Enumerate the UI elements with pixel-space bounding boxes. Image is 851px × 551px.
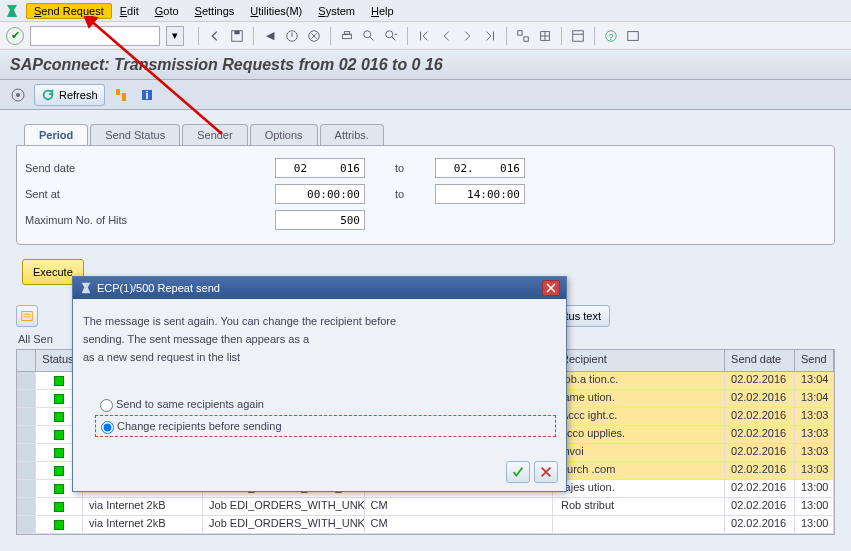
- back2-icon[interactable]: ◀: [260, 26, 280, 46]
- command-field[interactable]: [30, 26, 160, 46]
- page-title: SAPconnect: Transmission Requests from 0…: [10, 56, 443, 74]
- menu-goto[interactable]: Goto: [147, 3, 187, 19]
- max-hits-input[interactable]: [275, 210, 365, 230]
- close-button[interactable]: [542, 280, 560, 296]
- help-icon[interactable]: ?: [601, 26, 621, 46]
- dialog-title: ECP(1)/500 Repeat send: [97, 282, 220, 294]
- table-row[interactable]: via Internet 2kBJob EDI_ORDERS_WITH_UNKN…: [17, 516, 834, 534]
- svg-rect-11: [573, 30, 584, 41]
- svg-rect-8: [518, 30, 522, 34]
- page-title-bar: SAPconnect: Transmission Requests from 0…: [0, 50, 851, 80]
- cancel-icon[interactable]: [304, 26, 324, 46]
- dialog-title-bar[interactable]: ECP(1)/500 Repeat send: [73, 277, 566, 299]
- svg-rect-14: [628, 31, 639, 40]
- tool2-icon[interactable]: [535, 26, 555, 46]
- status-indicator: [54, 430, 64, 440]
- command-dropdown[interactable]: ▾: [166, 26, 184, 46]
- radio-same-recipients[interactable]: Send to same recipients again: [95, 393, 556, 415]
- table-row[interactable]: via Internet 2kBJob EDI_ORDERS_WITH_UNKN…: [17, 498, 834, 516]
- menu-utilities-m-[interactable]: Utilities(M): [242, 3, 310, 19]
- svg-rect-1: [234, 30, 239, 34]
- sent-at-to[interactable]: [435, 184, 525, 204]
- menu-help[interactable]: Help: [363, 3, 402, 19]
- app-icon: [4, 3, 20, 19]
- refresh-button[interactable]: Refresh: [34, 84, 105, 106]
- exit-icon[interactable]: [282, 26, 302, 46]
- tab-options[interactable]: Options: [250, 124, 318, 145]
- svg-point-16: [16, 93, 20, 97]
- sent-at-label: Sent at: [25, 188, 275, 200]
- to-label-2: to: [365, 188, 435, 200]
- save-icon[interactable]: [227, 26, 247, 46]
- status-indicator: [54, 484, 64, 494]
- cancel-button[interactable]: [534, 461, 558, 483]
- print-icon[interactable]: [337, 26, 357, 46]
- tab-send-status[interactable]: Send Status: [90, 124, 180, 145]
- col-recipient[interactable]: Recipient: [553, 350, 725, 371]
- details-button[interactable]: [16, 305, 38, 327]
- menu-bar: Send RequestEditGotoSettingsUtilities(M)…: [0, 0, 851, 22]
- svg-rect-9: [524, 36, 528, 40]
- refresh-label: Refresh: [59, 89, 98, 101]
- filter-panel: Send date to Sent at to Maximum No. of H…: [16, 145, 835, 245]
- back-icon[interactable]: [205, 26, 225, 46]
- radio-change-label: Change recipients before sending: [117, 420, 282, 432]
- tab-attribs-[interactable]: Attribs.: [320, 124, 384, 145]
- tab-period[interactable]: Period: [24, 124, 88, 145]
- send-date-to[interactable]: [435, 158, 525, 178]
- ok-icon[interactable]: ✔: [6, 27, 24, 45]
- filter-icon[interactable]: [111, 85, 131, 105]
- menu-send-request[interactable]: Send Request: [26, 3, 112, 19]
- status-indicator: [54, 502, 64, 512]
- svg-rect-4: [343, 34, 352, 38]
- send-date-from[interactable]: [275, 158, 365, 178]
- exec-icon[interactable]: [8, 85, 28, 105]
- svg-point-6: [364, 30, 371, 37]
- menu-settings[interactable]: Settings: [187, 3, 243, 19]
- svg-point-7: [386, 30, 393, 37]
- customize-icon[interactable]: [623, 26, 643, 46]
- col-send-time[interactable]: Send: [795, 350, 834, 371]
- send-date-label: Send date: [25, 162, 275, 174]
- first-page-icon[interactable]: [414, 26, 434, 46]
- col-send-date[interactable]: Send date: [725, 350, 795, 371]
- radio-same-input[interactable]: [100, 399, 113, 412]
- menu-system[interactable]: System: [310, 3, 363, 19]
- dialog-body: The message is sent again. You can chang…: [73, 299, 566, 457]
- radio-same-label: Send to same recipients again: [116, 398, 264, 410]
- svg-rect-21: [22, 312, 33, 321]
- tab-sender[interactable]: Sender: [182, 124, 247, 145]
- info-icon[interactable]: i: [137, 85, 157, 105]
- svg-rect-5: [344, 31, 349, 34]
- svg-text:i: i: [145, 89, 148, 101]
- application-toolbar: Refresh i: [0, 80, 851, 110]
- execute-label: Execute: [33, 266, 73, 278]
- status-indicator: [54, 520, 64, 530]
- find-next-icon[interactable]: [381, 26, 401, 46]
- status-indicator: [54, 376, 64, 386]
- tab-strip: PeriodSend StatusSenderOptionsAttribs.: [24, 124, 843, 145]
- dialog-text-1: The message is sent again. You can chang…: [83, 313, 556, 329]
- radio-change-recipients[interactable]: Change recipients before sending: [95, 415, 556, 437]
- next-page-icon[interactable]: [458, 26, 478, 46]
- last-page-icon[interactable]: [480, 26, 500, 46]
- menu-edit[interactable]: Edit: [112, 3, 147, 19]
- dialog-text-2: sending. The sent message then appears a…: [83, 331, 556, 347]
- ok-button[interactable]: [506, 461, 530, 483]
- radio-change-input[interactable]: [101, 421, 114, 434]
- prev-page-icon[interactable]: [436, 26, 456, 46]
- dialog-text-3: as a new send request in the list: [83, 349, 556, 365]
- max-hits-label: Maximum No. of Hits: [25, 214, 275, 226]
- dialog-footer: [73, 457, 566, 491]
- status-indicator: [54, 412, 64, 422]
- find-icon[interactable]: [359, 26, 379, 46]
- tool1-icon[interactable]: [513, 26, 533, 46]
- col-select[interactable]: [17, 350, 36, 371]
- status-indicator: [54, 394, 64, 404]
- svg-text:?: ?: [608, 30, 613, 41]
- sent-at-from[interactable]: [275, 184, 365, 204]
- repeat-send-dialog: ECP(1)/500 Repeat send The message is se…: [72, 276, 567, 492]
- svg-rect-18: [122, 93, 126, 101]
- to-label-1: to: [365, 162, 435, 174]
- layout-icon[interactable]: [568, 26, 588, 46]
